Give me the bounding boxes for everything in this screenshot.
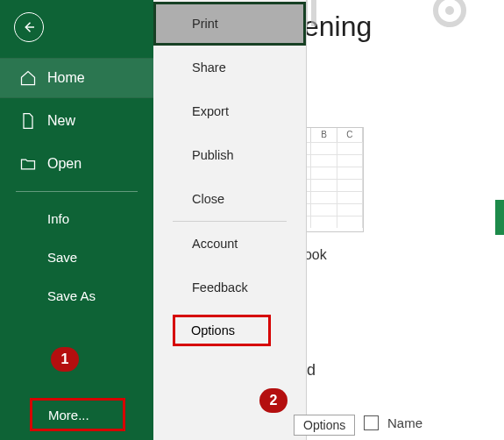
more-button-label: More... bbox=[48, 408, 89, 422]
submenu-item-feedback[interactable]: Feedback bbox=[153, 266, 306, 309]
submenu-item-share[interactable]: Share bbox=[153, 46, 306, 89]
sidebar-item-label: Home bbox=[47, 70, 85, 86]
more-button[interactable]: More... bbox=[30, 398, 125, 431]
sidebar-item-label: Info bbox=[47, 211, 69, 226]
template-icon bbox=[430, 0, 471, 30]
back-button[interactable] bbox=[14, 12, 44, 42]
submenu-item-label: Share bbox=[192, 60, 226, 75]
submenu-item-export[interactable]: Export bbox=[153, 89, 306, 133]
sidebar-separator bbox=[16, 191, 138, 192]
submenu-item-options[interactable]: Options bbox=[173, 315, 271, 346]
submenu-item-label: Publish bbox=[192, 148, 234, 162]
home-icon bbox=[19, 69, 37, 87]
submenu-item-close[interactable]: Close bbox=[153, 177, 306, 221]
submenu-item-publish[interactable]: Publish bbox=[153, 133, 306, 177]
options-tooltip: Options bbox=[294, 415, 355, 436]
col-header: B bbox=[311, 128, 337, 142]
submenu-item-print[interactable]: Print bbox=[153, 2, 306, 46]
submenu-item-label: Export bbox=[192, 104, 229, 118]
submenu-item-label: Feedback bbox=[192, 280, 248, 295]
svg-rect-6 bbox=[311, 0, 316, 26]
sidebar-item-new[interactable]: New bbox=[0, 98, 153, 144]
sidebar-item-save[interactable]: Save bbox=[0, 238, 153, 276]
sidebar-item-home[interactable]: Home bbox=[0, 58, 153, 98]
checkbox-icon[interactable] bbox=[364, 415, 379, 430]
sidebar-item-open[interactable]: Open bbox=[0, 144, 153, 184]
sidebar-item-label: New bbox=[47, 113, 75, 129]
new-file-icon bbox=[19, 112, 37, 130]
sidebar-item-label: Open bbox=[47, 156, 82, 172]
right-edge-tab[interactable] bbox=[495, 200, 504, 235]
submenu-item-label: Close bbox=[192, 192, 224, 206]
annotation-badge-1: 1 bbox=[51, 347, 79, 372]
sidebar-item-label: Save bbox=[47, 250, 77, 265]
more-submenu: Print Share Export Publish Close Account… bbox=[153, 0, 307, 440]
submenu-item-account[interactable]: Account bbox=[153, 222, 306, 266]
sidebar-item-save-as[interactable]: Save As bbox=[0, 276, 153, 315]
submenu-item-label: Options bbox=[191, 323, 235, 337]
backstage-sidebar: Home New Open Info Save Save As Mo bbox=[0, 0, 153, 440]
svg-point-8 bbox=[445, 6, 454, 15]
submenu-item-label: Account bbox=[192, 237, 238, 251]
sidebar-item-info[interactable]: Info bbox=[0, 199, 153, 238]
submenu-item-label: Print bbox=[192, 17, 218, 31]
open-folder-icon bbox=[19, 155, 37, 173]
col-header: C bbox=[337, 128, 363, 142]
sidebar-item-label: Save As bbox=[47, 288, 96, 303]
name-label: Name bbox=[387, 415, 422, 430]
name-column-header[interactable]: Name bbox=[364, 415, 422, 430]
annotation-badge-2: 2 bbox=[259, 388, 287, 413]
arrow-left-icon bbox=[21, 19, 37, 35]
